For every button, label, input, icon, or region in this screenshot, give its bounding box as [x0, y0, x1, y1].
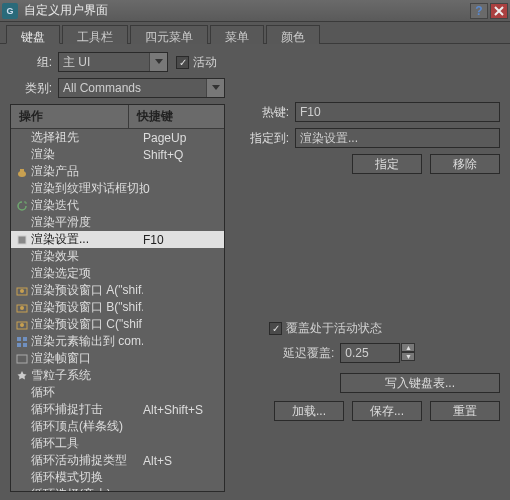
- assigned-field: 渲染设置...: [295, 128, 500, 148]
- list-item[interactable]: 渲染元素输出到 com...: [11, 333, 224, 350]
- list-item[interactable]: 渲染到纹理对话框切换0: [11, 180, 224, 197]
- preset-icon: [15, 318, 29, 332]
- list-item[interactable]: 渲染迭代: [11, 197, 224, 214]
- hotkey-label: 热键:: [239, 104, 295, 121]
- svg-point-4: [20, 289, 24, 293]
- svg-rect-12: [23, 343, 27, 347]
- list-item[interactable]: 雪粒子系统: [11, 367, 224, 384]
- reset-button[interactable]: 重置: [430, 401, 500, 421]
- category-label: 类别:: [10, 80, 58, 97]
- list-item[interactable]: 渲染预设窗口 C("shif...: [11, 316, 224, 333]
- svg-rect-9: [17, 337, 21, 341]
- title-bar: G 自定义用户界面 ?: [0, 0, 510, 22]
- list-item[interactable]: 渲染效果: [11, 248, 224, 265]
- list-item[interactable]: 循环: [11, 384, 224, 401]
- spin-up-icon[interactable]: ▲: [401, 343, 415, 352]
- star-icon: [15, 369, 29, 383]
- active-label: 活动: [193, 54, 217, 71]
- tab-quad[interactable]: 四元菜单: [130, 25, 208, 44]
- settings-icon: [15, 233, 29, 247]
- svg-rect-13: [17, 355, 27, 363]
- delay-label: 延迟覆盖:: [283, 345, 334, 362]
- cycle-icon: [15, 199, 29, 213]
- list-item[interactable]: 循环捕捉打击Alt+Shift+S: [11, 401, 224, 418]
- tab-color[interactable]: 颜色: [266, 25, 320, 44]
- frame-icon: [15, 352, 29, 366]
- load-button[interactable]: 加载...: [274, 401, 344, 421]
- save-button[interactable]: 保存...: [352, 401, 422, 421]
- override-label: 覆盖处于活动状态: [286, 320, 382, 337]
- list-header: 操作 快捷键: [11, 105, 224, 129]
- spin-down-icon[interactable]: ▼: [401, 352, 415, 361]
- remove-button[interactable]: 移除: [430, 154, 500, 174]
- category-select[interactable]: All Commands: [58, 78, 225, 98]
- write-table-button[interactable]: 写入键盘表...: [340, 373, 500, 393]
- svg-rect-1: [20, 169, 24, 172]
- svg-rect-10: [23, 337, 27, 341]
- list-item[interactable]: 循环顶点(样条线): [11, 418, 224, 435]
- list-item[interactable]: 渲染帧窗口: [11, 350, 224, 367]
- override-checkbox[interactable]: ✓: [269, 322, 282, 335]
- assigned-label: 指定到:: [239, 130, 295, 147]
- active-checkbox[interactable]: ✓: [176, 56, 189, 69]
- list-item[interactable]: 循环模式切换: [11, 469, 224, 486]
- list-item[interactable]: 循环工具: [11, 435, 224, 452]
- list-item[interactable]: 渲染平滑度: [11, 214, 224, 231]
- tab-bar: 键盘 工具栏 四元菜单 菜单 颜色: [0, 22, 510, 44]
- preset-icon: [15, 301, 29, 315]
- teapot-icon: [15, 165, 29, 179]
- list-item[interactable]: 渲染预设窗口 B("shif...: [11, 299, 224, 316]
- list-item[interactable]: 选择祖先PageUp: [11, 129, 224, 146]
- list-item[interactable]: 渲染预设窗口 A("shif...: [11, 282, 224, 299]
- list-item[interactable]: 渲染设置...F10: [11, 231, 224, 248]
- chevron-down-icon: [206, 79, 224, 97]
- window-title: 自定义用户界面: [24, 2, 468, 19]
- group-label: 组:: [10, 54, 58, 71]
- svg-rect-11: [17, 343, 21, 347]
- close-button[interactable]: [490, 3, 508, 19]
- list-item[interactable]: 渲染选定项: [11, 265, 224, 282]
- list-item[interactable]: 循环选择(帝山): [11, 486, 224, 491]
- help-button[interactable]: ?: [470, 3, 488, 19]
- svg-point-6: [20, 306, 24, 310]
- svg-rect-2: [18, 236, 26, 244]
- assign-button[interactable]: 指定: [352, 154, 422, 174]
- tab-keyboard[interactable]: 键盘: [6, 25, 60, 44]
- list-item[interactable]: 渲染产品: [11, 163, 224, 180]
- elem-icon: [15, 335, 29, 349]
- delay-spinner[interactable]: 0.25 ▲▼: [340, 343, 415, 363]
- preset-icon: [15, 284, 29, 298]
- tab-menu[interactable]: 菜单: [210, 25, 264, 44]
- app-logo: G: [2, 3, 18, 19]
- action-list[interactable]: 操作 快捷键 选择祖先PageUp渲染Shift+Q渲染产品渲染到纹理对话框切换…: [10, 104, 225, 492]
- tab-toolbar[interactable]: 工具栏: [62, 25, 128, 44]
- svg-point-8: [20, 323, 24, 327]
- group-select[interactable]: 主 UI: [58, 52, 168, 72]
- list-item[interactable]: 渲染Shift+Q: [11, 146, 224, 163]
- chevron-down-icon: [149, 53, 167, 71]
- list-item[interactable]: 循环活动捕捉类型Alt+S: [11, 452, 224, 469]
- hotkey-input[interactable]: F10: [295, 102, 500, 122]
